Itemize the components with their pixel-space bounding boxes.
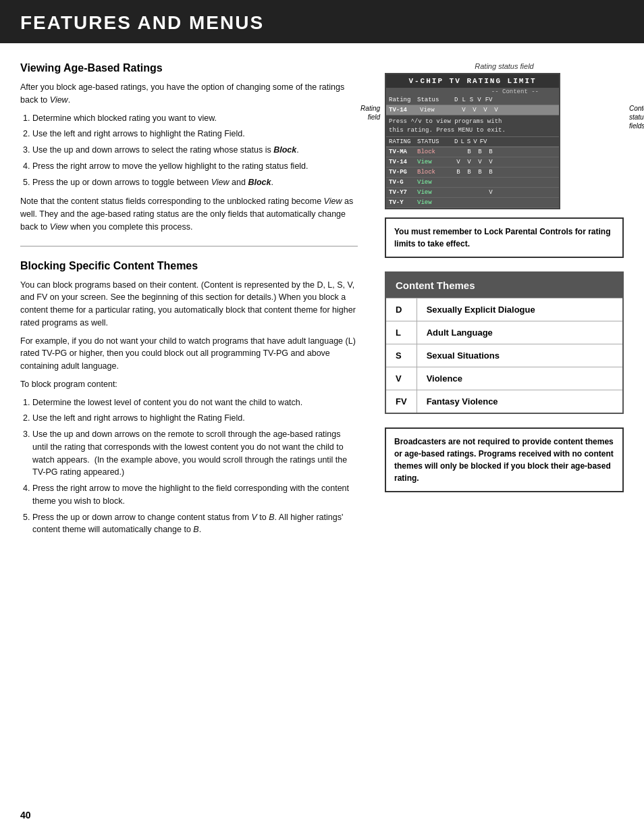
content-themes-header-row: Content Themes [385,272,623,298]
main-content: Viewing Age-Based Ratings After you bloc… [0,62,644,543]
section1-step-2: Use the left and right arrows to highlig… [32,128,358,140]
content-theme-row-fv: FV Fantasy Violence [385,390,623,414]
section2-para3: To block program content: [20,378,358,391]
vchip-title-bar: V-CHIP TV RATING LIMIT [386,74,559,88]
section1-step-4: Press the right arrow to move the yellow… [32,160,358,173]
page-number: 40 [20,810,31,820]
content-theme-label-v: Violence [417,367,623,390]
section2-step-1: Determine the lowest level of content yo… [32,396,358,409]
section1-steps: Determine which blocked rating you want … [20,112,358,189]
content-theme-label-d: Sexually Explicit Dialogue [417,298,623,321]
content-theme-row-v: V Violence [385,367,623,390]
section1-step-1: Determine which blocked rating you want … [32,112,358,125]
content-theme-code-fv: FV [385,390,417,414]
content-theme-label-s: Sexual Situations [417,344,623,367]
content-theme-label-fv: Fantasy Violence [417,390,623,414]
section2-step-2: Use the left and right arrows to highlig… [32,412,358,425]
vchip-row-tvg: TV-G View [386,178,559,188]
content-theme-row-s: S Sexual Situations [385,344,623,367]
section2-step-5: Press the up or down arrow to change con… [32,511,358,537]
vchip-highlighted-row: TV-14 View V V V V [386,105,559,115]
vchip-col-headers: Rating Status D L S V FV [386,95,559,105]
content-theme-code-l: L [385,321,417,344]
vchip-row-tvma: TV-MA Block B B B [386,147,559,157]
section1-intro: After you block age-based ratings, you h… [20,81,358,107]
notice-box-2: Broadcasters are not required to provide… [385,427,624,492]
vchip-row-tv14: TV-14 View V V V V [386,157,559,167]
section1-title: Viewing Age-Based Ratings [20,62,358,74]
vchip-diagram-wrapper: Ratingfield Contentstatusfields. V-CHIP … [385,73,624,209]
content-theme-row-d: D Sexually Explicit Dialogue [385,298,623,321]
section2-step-4: Press the right arrow to move the highli… [32,482,358,508]
section2-step-3: Use the up and down arrows on the remote… [32,428,358,479]
vchip-block: V-CHIP TV RATING LIMIT -- Content -- Rat… [385,73,560,209]
content-theme-code-d: D [385,298,417,321]
section1-step-5: Press the up or down arrows to toggle be… [32,176,358,189]
vchip-row-tvy7: TV-Y7 View V [386,188,559,198]
section2-title: Blocking Specific Content Themes [20,260,358,272]
section1-step-3: Use the up and down arrows to select the… [32,144,358,157]
section1-note: Note that the content status fields corr… [20,195,358,233]
section-divider [20,246,358,246]
content-themes-table: Content Themes D Sexually Explicit Dialo… [385,271,624,414]
section2-steps: Determine the lowest level of content yo… [20,396,358,537]
section2-para2: For example, if you do not want your chi… [20,335,358,373]
vchip-note-row: Press ^/v to view programs withthis rati… [386,115,559,136]
page-header: Features and Menus [0,0,644,43]
left-column: Viewing Age-Based Ratings After you bloc… [20,62,378,543]
notice-box-1: You must remember to Lock Parental Contr… [385,217,624,258]
vchip-row-tvpg: TV-PG Block B B B B [386,167,559,178]
section2-para1: You can block programs based on their co… [20,279,358,330]
page-title: Features and Menus [20,12,624,34]
content-theme-row-l: L Adult Language [385,321,623,344]
vchip-row-tvy: TV-Y View [386,198,559,208]
right-column: Rating status field Ratingfield Contents… [378,62,624,543]
rating-field-label: Ratingfield [334,104,380,122]
content-status-label: Contentstatusfields. [629,104,644,130]
content-theme-code-v: V [385,367,417,390]
content-theme-code-s: S [385,344,417,367]
content-themes-title: Content Themes [385,272,623,298]
rating-status-label: Rating status field [385,62,624,70]
vchip-sub-col-headers: RATING STATUS D L S V FV [386,136,559,147]
content-theme-label-l: Adult Language [417,321,623,344]
